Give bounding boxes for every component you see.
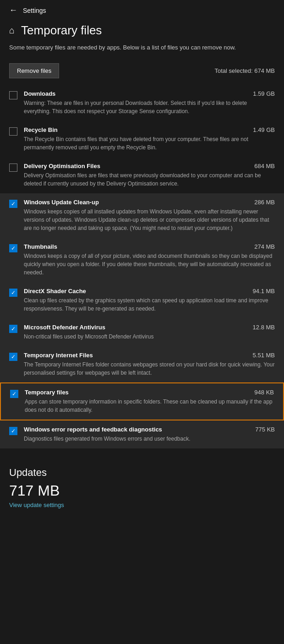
updates-size: 717 MB [0,482,284,501]
file-checkbox-7[interactable] [9,353,17,361]
file-size-9: 775 KB [255,426,275,433]
file-item: Downloads1.59 GBWarning: These are files… [0,85,284,121]
file-checkbox-3[interactable] [9,200,17,208]
file-content-3: Windows Update Clean-up286 MBWindows kee… [24,199,275,232]
file-size-5: 94.1 MB [253,288,275,295]
file-name-5: DirectX Shader Cache [24,288,86,295]
file-size-3: 286 MB [254,199,275,206]
file-size-8: 948 KB [254,389,274,396]
file-list: Downloads1.59 GBWarning: These are files… [0,85,284,458]
file-item: Microsoft Defender Antivirus12.8 MBNon-c… [0,318,284,346]
file-name-0: Downloads [24,90,55,97]
file-checkbox-4[interactable] [9,244,17,252]
file-content-1: Recycle Bin1.49 GBThe Recycle Bin contai… [24,126,275,152]
file-item: Thumbnails274 MBWindows keeps a copy of … [0,238,284,282]
file-desc-8: Apps can store temporary information in … [25,398,274,414]
file-content-5: DirectX Shader Cache94.1 MBClean up file… [24,288,275,313]
file-item: DirectX Shader Cache94.1 MBClean up file… [0,282,284,318]
file-item: Windows Update Clean-up286 MBWindows kee… [0,193,284,238]
file-size-1: 1.49 GB [253,126,275,133]
file-content-2: Delivery Optimisation Files684 MBDeliver… [24,163,275,188]
file-desc-1: The Recycle Bin contains files that you … [24,135,275,152]
file-name-8: Temporary files [25,389,69,396]
file-item: Delivery Optimisation Files684 MBDeliver… [0,157,284,193]
file-item: Temporary files948 KBApps can store temp… [0,382,284,420]
file-checkbox-8[interactable] [10,390,18,398]
file-content-9: Windows error reports and feedback diagn… [24,426,275,443]
file-size-6: 12.8 MB [253,324,275,331]
file-content-0: Downloads1.59 GBWarning: These are files… [24,90,275,115]
file-desc-6: Non-critical files used by Microsoft Def… [24,333,275,341]
file-item: Temporary Internet Files5.51 MBThe Tempo… [0,346,284,382]
file-name-1: Recycle Bin [24,126,58,133]
home-icon: ⌂ [9,25,15,36]
file-content-6: Microsoft Defender Antivirus12.8 MBNon-c… [24,324,275,341]
file-desc-9: Diagnostics files generated from Windows… [24,435,275,443]
file-content-4: Thumbnails274 MBWindows keeps a copy of … [24,243,275,277]
file-desc-0: Warning: These are files in your persona… [24,99,275,115]
file-name-2: Delivery Optimisation Files [24,163,100,169]
file-checkbox-2[interactable] [9,164,17,172]
page-title-row: ⌂ Temporary files [0,19,284,43]
file-name-3: Windows Update Clean-up [24,199,99,206]
action-bar: Remove files Total selected: 674 MB [0,60,284,85]
remove-files-button[interactable]: Remove files [9,63,59,78]
file-name-4: Thumbnails [24,243,57,250]
file-checkbox-6[interactable] [9,325,17,333]
back-arrow-icon[interactable]: ← [9,5,17,15]
header: ← Settings [0,0,284,19]
file-size-0: 1.59 GB [253,90,275,97]
file-item: Recycle Bin1.49 GBThe Recycle Bin contai… [0,121,284,157]
file-checkbox-1[interactable] [9,127,17,136]
file-name-9: Windows error reports and feedback diagn… [24,426,162,433]
settings-label: Settings [23,7,46,14]
file-desc-5: Clean up files created by the graphics s… [24,296,275,313]
updates-section-title: Updates [0,458,284,482]
file-content-7: Temporary Internet Files5.51 MBThe Tempo… [24,352,275,377]
file-name-6: Microsoft Defender Antivirus [24,324,105,331]
file-desc-2: Delivery Optimisation files are files th… [24,171,275,188]
file-checkbox-9[interactable] [9,427,17,435]
file-item: Windows error reports and feedback diagn… [0,420,284,448]
file-desc-3: Windows keeps copies of all installed up… [24,207,275,232]
file-size-4: 274 MB [254,243,275,250]
file-checkbox-5[interactable] [9,289,17,297]
file-size-2: 684 MB [254,163,275,169]
file-desc-4: Windows keeps a copy of all of your pict… [24,252,275,277]
view-update-settings-link[interactable]: View update settings [0,502,73,522]
file-name-7: Temporary Internet Files [24,352,93,359]
file-checkbox-0[interactable] [9,91,17,99]
updates-section: Updates 717 MB View update settings [0,458,284,508]
file-size-7: 5.51 MB [253,352,275,359]
file-content-8: Temporary files948 KBApps can store temp… [25,389,274,414]
page-description: Some temporary files are needed by apps.… [0,43,284,60]
total-selected-label: Total selected: 674 MB [214,67,275,74]
page-title: Temporary files [21,23,102,38]
file-desc-7: The Temporary Internet Files folder cont… [24,360,275,377]
